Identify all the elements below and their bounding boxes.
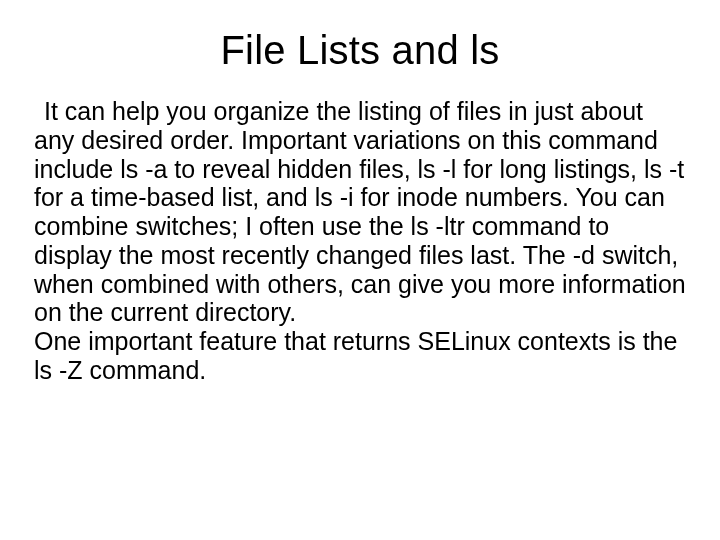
paragraph-1: It can help you organize the listing of … (34, 97, 686, 327)
slide-title: File Lists and ls (34, 28, 686, 73)
slide-body: It can help you organize the listing of … (34, 97, 686, 385)
slide: File Lists and ls It can help you organi… (0, 0, 720, 540)
paragraph-2: One important feature that returns SELin… (34, 327, 686, 385)
